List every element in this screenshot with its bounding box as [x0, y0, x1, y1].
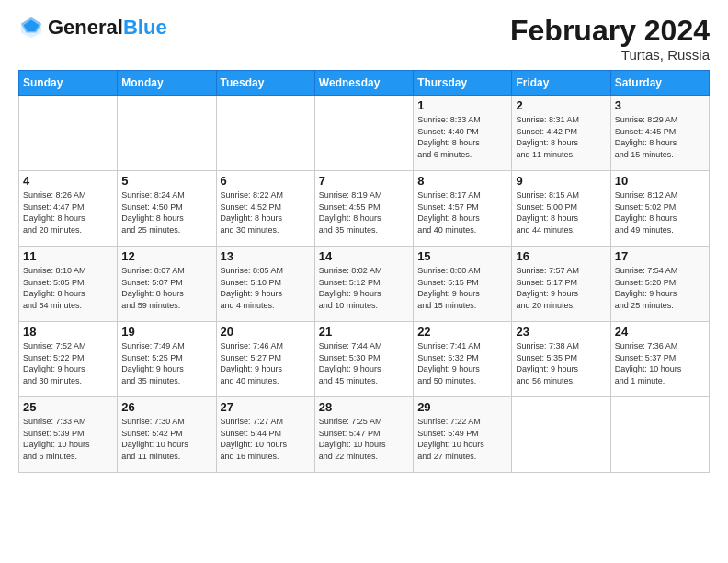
calendar-week-4: 18Sunrise: 7:52 AMSunset: 5:22 PMDayligh…	[19, 322, 710, 397]
day-number: 27	[221, 400, 311, 414]
calendar-week-3: 11Sunrise: 8:10 AMSunset: 5:05 PMDayligh…	[19, 247, 710, 322]
day-info: Sunrise: 8:02 AMSunset: 5:12 PMDaylight:…	[319, 265, 409, 311]
calendar-cell: 1Sunrise: 8:33 AMSunset: 4:40 PMDaylight…	[414, 96, 512, 171]
day-number: 6	[221, 174, 311, 188]
calendar-cell	[118, 96, 216, 171]
header-tuesday: Tuesday	[216, 71, 314, 96]
calendar-week-1: 1Sunrise: 8:33 AMSunset: 4:40 PMDaylight…	[19, 96, 710, 171]
calendar-cell: 7Sunrise: 8:19 AMSunset: 4:55 PMDaylight…	[314, 171, 413, 247]
day-number: 8	[417, 174, 507, 188]
day-number: 25	[23, 400, 113, 414]
day-number: 11	[23, 249, 113, 263]
calendar-cell: 22Sunrise: 7:41 AMSunset: 5:32 PMDayligh…	[414, 322, 512, 397]
day-info: Sunrise: 7:22 AMSunset: 5:49 PMDaylight:…	[417, 416, 507, 462]
calendar-cell: 29Sunrise: 7:22 AMSunset: 5:49 PMDayligh…	[414, 397, 512, 473]
day-number: 3	[615, 98, 705, 112]
day-info: Sunrise: 8:33 AMSunset: 4:40 PMDaylight:…	[417, 114, 507, 160]
calendar-cell: 9Sunrise: 8:15 AMSunset: 5:00 PMDaylight…	[512, 171, 610, 247]
day-info: Sunrise: 7:57 AMSunset: 5:17 PMDaylight:…	[516, 265, 606, 311]
day-number: 17	[615, 249, 705, 263]
day-info: Sunrise: 7:44 AMSunset: 5:30 PMDaylight:…	[319, 340, 409, 386]
day-number: 7	[319, 174, 409, 188]
day-info: Sunrise: 8:05 AMSunset: 5:10 PMDaylight:…	[221, 265, 311, 311]
day-info: Sunrise: 8:31 AMSunset: 4:42 PMDaylight:…	[516, 114, 606, 160]
header-sunday: Sunday	[19, 71, 118, 96]
calendar-cell: 6Sunrise: 8:22 AMSunset: 4:52 PMDaylight…	[216, 171, 314, 247]
calendar-cell: 14Sunrise: 8:02 AMSunset: 5:12 PMDayligh…	[314, 247, 413, 322]
day-info: Sunrise: 7:25 AMSunset: 5:47 PMDaylight:…	[319, 416, 409, 462]
calendar-cell: 18Sunrise: 7:52 AMSunset: 5:22 PMDayligh…	[19, 322, 118, 397]
day-info: Sunrise: 8:29 AMSunset: 4:45 PMDaylight:…	[615, 114, 705, 160]
calendar-cell: 10Sunrise: 8:12 AMSunset: 5:02 PMDayligh…	[610, 171, 709, 247]
day-info: Sunrise: 7:52 AMSunset: 5:22 PMDaylight:…	[23, 340, 113, 386]
day-number: 15	[417, 249, 507, 263]
calendar-cell: 24Sunrise: 7:36 AMSunset: 5:37 PMDayligh…	[610, 322, 709, 397]
calendar-cell	[512, 397, 610, 473]
calendar-cell	[610, 397, 709, 473]
day-number: 28	[319, 400, 409, 414]
day-info: Sunrise: 8:22 AMSunset: 4:52 PMDaylight:…	[221, 190, 311, 236]
day-number: 2	[516, 98, 606, 112]
header-saturday: Saturday	[610, 71, 709, 96]
day-number: 23	[516, 325, 606, 339]
calendar-body: 1Sunrise: 8:33 AMSunset: 4:40 PMDaylight…	[19, 96, 710, 473]
calendar-cell: 20Sunrise: 7:46 AMSunset: 5:27 PMDayligh…	[216, 322, 314, 397]
day-info: Sunrise: 8:26 AMSunset: 4:47 PMDaylight:…	[23, 190, 113, 236]
day-number: 19	[121, 325, 211, 339]
day-info: Sunrise: 7:41 AMSunset: 5:32 PMDaylight:…	[417, 340, 507, 386]
day-number: 10	[615, 174, 705, 188]
calendar-cell: 15Sunrise: 8:00 AMSunset: 5:15 PMDayligh…	[414, 247, 512, 322]
day-info: Sunrise: 7:38 AMSunset: 5:35 PMDaylight:…	[516, 340, 606, 386]
calendar-cell: 23Sunrise: 7:38 AMSunset: 5:35 PMDayligh…	[512, 322, 610, 397]
header: GeneralBlue February 2024 Turtas, Russia	[18, 15, 710, 63]
day-number: 9	[516, 174, 606, 188]
calendar-cell: 26Sunrise: 7:30 AMSunset: 5:42 PMDayligh…	[118, 397, 216, 473]
calendar-cell: 4Sunrise: 8:26 AMSunset: 4:47 PMDaylight…	[19, 171, 118, 247]
day-info: Sunrise: 8:19 AMSunset: 4:55 PMDaylight:…	[319, 190, 409, 236]
location: Turtas, Russia	[510, 47, 710, 63]
calendar-header-row: Sunday Monday Tuesday Wednesday Thursday…	[19, 71, 710, 96]
calendar-cell: 3Sunrise: 8:29 AMSunset: 4:45 PMDaylight…	[610, 96, 709, 171]
day-number: 22	[417, 325, 507, 339]
day-info: Sunrise: 7:54 AMSunset: 5:20 PMDaylight:…	[615, 265, 705, 311]
day-number: 26	[121, 400, 211, 414]
logo-icon	[18, 15, 44, 40]
calendar-cell	[19, 96, 118, 171]
day-info: Sunrise: 7:27 AMSunset: 5:44 PMDaylight:…	[221, 416, 311, 462]
calendar-cell	[314, 96, 413, 171]
calendar-cell: 2Sunrise: 8:31 AMSunset: 4:42 PMDaylight…	[512, 96, 610, 171]
day-number: 20	[221, 325, 311, 339]
calendar-cell: 21Sunrise: 7:44 AMSunset: 5:30 PMDayligh…	[314, 322, 413, 397]
calendar-cell: 5Sunrise: 8:24 AMSunset: 4:50 PMDaylight…	[118, 171, 216, 247]
month-year: February 2024	[510, 15, 710, 47]
day-number: 24	[615, 325, 705, 339]
day-number: 4	[23, 174, 113, 188]
calendar-cell: 16Sunrise: 7:57 AMSunset: 5:17 PMDayligh…	[512, 247, 610, 322]
day-info: Sunrise: 7:46 AMSunset: 5:27 PMDaylight:…	[221, 340, 311, 386]
day-number: 29	[417, 400, 507, 414]
day-info: Sunrise: 7:49 AMSunset: 5:25 PMDaylight:…	[121, 340, 211, 386]
day-number: 14	[319, 249, 409, 263]
day-info: Sunrise: 7:33 AMSunset: 5:39 PMDaylight:…	[23, 416, 113, 462]
calendar-cell: 17Sunrise: 7:54 AMSunset: 5:20 PMDayligh…	[610, 247, 709, 322]
header-monday: Monday	[118, 71, 216, 96]
day-info: Sunrise: 8:24 AMSunset: 4:50 PMDaylight:…	[121, 190, 211, 236]
day-number: 1	[417, 98, 507, 112]
calendar-cell: 13Sunrise: 8:05 AMSunset: 5:10 PMDayligh…	[216, 247, 314, 322]
day-number: 16	[516, 249, 606, 263]
calendar-week-5: 25Sunrise: 7:33 AMSunset: 5:39 PMDayligh…	[19, 397, 710, 473]
page-container: GeneralBlue February 2024 Turtas, Russia…	[0, 0, 728, 482]
day-info: Sunrise: 8:07 AMSunset: 5:07 PMDaylight:…	[121, 265, 211, 311]
calendar-cell: 8Sunrise: 8:17 AMSunset: 4:57 PMDaylight…	[414, 171, 512, 247]
day-number: 12	[121, 249, 211, 263]
calendar-cell: 25Sunrise: 7:33 AMSunset: 5:39 PMDayligh…	[19, 397, 118, 473]
logo: GeneralBlue	[18, 15, 167, 40]
day-number: 18	[23, 325, 113, 339]
calendar-cell: 19Sunrise: 7:49 AMSunset: 5:25 PMDayligh…	[118, 322, 216, 397]
title-block: February 2024 Turtas, Russia	[510, 15, 710, 63]
day-number: 13	[221, 249, 311, 263]
calendar-week-2: 4Sunrise: 8:26 AMSunset: 4:47 PMDaylight…	[19, 171, 710, 247]
day-info: Sunrise: 8:10 AMSunset: 5:05 PMDaylight:…	[23, 265, 113, 311]
calendar-cell: 11Sunrise: 8:10 AMSunset: 5:05 PMDayligh…	[19, 247, 118, 322]
day-number: 21	[319, 325, 409, 339]
